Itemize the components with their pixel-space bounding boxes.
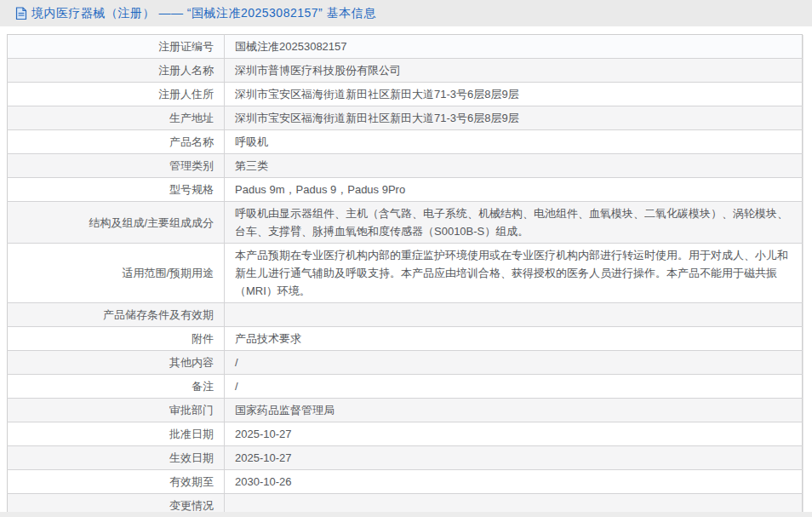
row-value: / <box>225 351 803 375</box>
row-value-text: 深圳市宝安区福海街道新田社区新田大道71-3号6层8层9层 <box>235 88 519 101</box>
row-label: 产品储存条件及有效期 <box>8 303 225 327</box>
row-label: 注册证编号 <box>8 35 225 59</box>
row-value: 深圳市普博医疗科技股份有限公司 <box>225 59 803 83</box>
row-label: 审批部门 <box>8 399 225 422</box>
row-label-text: 生效日期 <box>169 449 214 467</box>
row-label-text: 注册人住所 <box>158 85 214 103</box>
row-value <box>225 303 803 327</box>
row-value-text: 2025-10-27 <box>235 428 292 440</box>
row-label-text: 其他内容 <box>169 353 214 371</box>
row-value-text: / <box>235 356 238 369</box>
table-row: 适用范围/预期用途 本产品预期在专业医疗机构内部的重症监护环境使用或在专业医疗机… <box>8 244 803 303</box>
row-value: 第三类 <box>225 154 803 178</box>
row-value-text: 国械注准20253082157 <box>235 40 347 53</box>
row-value-text: 2030-10-26 <box>235 475 292 488</box>
row-value-text: 呼吸机 <box>235 135 268 148</box>
row-value: 产品技术要求 <box>225 327 803 351</box>
page-bottom-strip <box>0 512 812 517</box>
row-value-text: Padus 9m，Padus 9，Padus 9Pro <box>235 183 405 196</box>
table-row: 其他内容 / <box>8 351 803 375</box>
row-label-text: 管理类别 <box>169 157 214 175</box>
row-label-text: 产品名称 <box>169 133 214 151</box>
row-label: 型号规格 <box>8 178 225 202</box>
table-row: 生产地址 深圳市宝安区福海街道新田社区新田大道71-3号6层8层9层 <box>8 106 803 130</box>
table-row: 型号规格 Padus 9m，Padus 9，Padus 9Pro <box>8 178 803 202</box>
row-value-text: 第三类 <box>235 159 268 172</box>
row-value-text: 2025-10-27 <box>235 451 292 464</box>
row-value-text: / <box>235 380 238 393</box>
row-label: 注册人住所 <box>8 83 225 106</box>
row-value: 深圳市宝安区福海街道新田社区新田大道71-3号6层8层9层 <box>225 83 803 106</box>
table-row: 结构及组成/主要组成成分 呼吸机由显示器组件、主机（含气路、电子系统、机械结构、… <box>8 202 803 244</box>
row-label: 备注 <box>8 375 225 399</box>
row-value: 2025-10-27 <box>225 422 803 446</box>
table-row: 管理类别 第三类 <box>8 154 803 178</box>
table-row: 注册人住所 深圳市宝安区福海街道新田社区新田大道71-3号6层8层9层 <box>8 83 803 106</box>
row-label: 其他内容 <box>8 351 225 375</box>
row-label: 有效期至 <box>8 470 225 494</box>
row-value: 呼吸机由显示器组件、主机（含气路、电子系统、机械结构、电池组件、血氧模块、二氧化… <box>225 202 803 244</box>
document-icon <box>15 7 27 20</box>
row-label-text: 适用范围/预期用途 <box>122 264 214 282</box>
row-label: 批准日期 <box>8 422 225 446</box>
row-value: 2030-10-26 <box>225 470 803 494</box>
table-row: 产品储存条件及有效期 <box>8 303 803 327</box>
row-value: 国家药品监督管理局 <box>225 399 803 422</box>
row-value: 国械注准20253082157 <box>225 35 803 59</box>
row-value-text: 国家药品监督管理局 <box>235 404 335 416</box>
row-label-text: 有效期至 <box>169 473 214 491</box>
row-value-text: 深圳市普博医疗科技股份有限公司 <box>235 64 401 77</box>
table-row: 批准日期 2025-10-27 <box>8 422 803 446</box>
row-label: 产品名称 <box>8 130 225 154</box>
row-value-text: 呼吸机由显示器组件、主机（含气路、电子系统、机械结构、电池组件、血氧模块、二氧化… <box>235 207 788 238</box>
row-value: 2025-10-27 <box>225 446 803 470</box>
table-row: 生效日期 2025-10-27 <box>8 446 803 470</box>
row-label-text: 备注 <box>192 377 214 395</box>
row-label: 生产地址 <box>8 106 225 130</box>
row-label: 注册人名称 <box>8 59 225 83</box>
row-value: / <box>225 375 803 399</box>
row-label-text: 型号规格 <box>169 181 214 198</box>
page-title: 境内医疗器械（注册） —— “国械注准20253082157” 基本信息 <box>31 6 376 21</box>
info-table-body: 注册证编号 国械注准20253082157 注册人名称 深圳市普博医疗科技股份有… <box>8 35 803 517</box>
row-value-text: 本产品预期在专业医疗机构内部的重症监护环境使用或在专业医疗机构内部进行转运时使用… <box>235 249 788 297</box>
row-value: 深圳市宝安区福海街道新田社区新田大道71-3号6层8层9层 <box>225 106 803 130</box>
row-label-text: 结构及组成/主要组成成分 <box>89 214 214 232</box>
row-label-text: 附件 <box>192 330 214 348</box>
row-label: 附件 <box>8 327 225 351</box>
page-header: 境内医疗器械（注册） —— “国械注准20253082157” 基本信息 <box>0 0 812 26</box>
row-label-text: 注册人名称 <box>158 61 214 79</box>
row-label-text: 批准日期 <box>169 425 214 443</box>
row-value: Padus 9m，Padus 9，Padus 9Pro <box>225 178 803 202</box>
row-label-text: 产品储存条件及有效期 <box>103 306 214 324</box>
row-label: 结构及组成/主要组成成分 <box>8 202 225 244</box>
table-row: 产品名称 呼吸机 <box>8 130 803 154</box>
row-label: 管理类别 <box>8 154 225 178</box>
row-value-text: 深圳市宝安区福海街道新田社区新田大道71-3号6层8层9层 <box>235 112 519 124</box>
row-label-text: 注册证编号 <box>158 37 214 55</box>
table-row: 注册人名称 深圳市普博医疗科技股份有限公司 <box>8 59 803 83</box>
row-label-text: 生产地址 <box>169 109 214 127</box>
row-label: 生效日期 <box>8 446 225 470</box>
table-row: 备注 / <box>8 375 803 399</box>
registration-info-table: 注册证编号 国械注准20253082157 注册人名称 深圳市普博医疗科技股份有… <box>7 34 803 517</box>
row-label-text: 审批部门 <box>169 401 214 419</box>
row-value: 呼吸机 <box>225 130 803 154</box>
row-value: 本产品预期在专业医疗机构内部的重症监护环境使用或在专业医疗机构内部进行转运时使用… <box>225 244 803 303</box>
row-value-text: 产品技术要求 <box>235 332 301 345</box>
table-row: 注册证编号 国械注准20253082157 <box>8 35 803 59</box>
row-label: 适用范围/预期用途 <box>8 244 225 303</box>
table-row: 有效期至 2030-10-26 <box>8 470 803 494</box>
table-row: 附件 产品技术要求 <box>8 327 803 351</box>
table-row: 审批部门 国家药品监督管理局 <box>8 399 803 422</box>
